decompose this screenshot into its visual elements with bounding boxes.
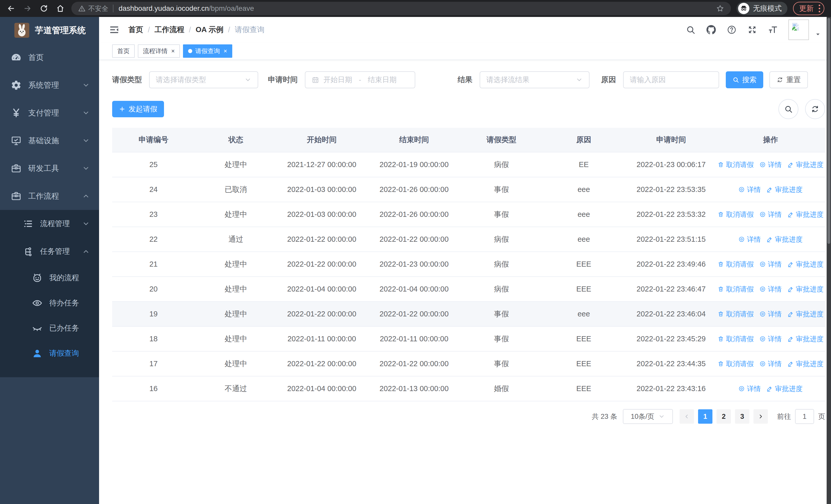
view-icon — [738, 236, 745, 242]
table-row[interactable]: 21处理中2022-01-22 00:00:002022-01-23 00:00… — [112, 252, 825, 277]
goto-page-input[interactable]: 1 — [795, 409, 814, 424]
progress-label: 审批进度 — [796, 285, 824, 294]
page-size-select[interactable]: 10条/页 — [623, 409, 673, 424]
progress-link[interactable]: 审批进度 — [766, 384, 803, 393]
cancel-link[interactable]: 取消请假 — [718, 359, 754, 368]
progress-link[interactable]: 审批进度 — [787, 285, 824, 294]
reset-button[interactable]: 重置 — [769, 71, 808, 88]
caret-down-icon[interactable] — [815, 32, 821, 37]
cancel-link[interactable]: 取消请假 — [718, 160, 754, 169]
detail-link[interactable]: 详情 — [760, 160, 782, 169]
cancel-link[interactable]: 取消请假 — [718, 309, 754, 319]
cancel-link[interactable]: 取消请假 — [718, 285, 754, 294]
sidebar-item-研发工具[interactable]: 研发工具 — [0, 154, 99, 182]
detail-link[interactable]: 详情 — [760, 309, 782, 319]
table-row[interactable]: 22通过2022-01-22 00:00:002022-01-22 00:00:… — [112, 227, 825, 252]
next-page-button[interactable] — [753, 409, 768, 424]
prev-page-button[interactable] — [680, 409, 694, 424]
tag-label: 请假查询 — [195, 47, 220, 55]
help-icon[interactable] — [727, 25, 737, 35]
sidebar-item-已办任务[interactable]: 已办任务 — [0, 316, 99, 341]
browser-menu-dots-icon[interactable] — [819, 5, 820, 12]
close-icon[interactable]: × — [224, 48, 227, 54]
table-row[interactable]: 24已取消2022-01-03 00:00:002022-01-26 00:00… — [112, 177, 825, 202]
bookmark-star-icon[interactable] — [716, 4, 724, 12]
sidebar-item-流程管理[interactable]: 流程管理 — [0, 210, 99, 238]
detail-link[interactable]: 详情 — [760, 334, 782, 344]
progress-link[interactable]: 审批进度 — [787, 334, 824, 344]
breadcrumb-item[interactable]: 首页 — [128, 25, 143, 35]
table-row[interactable]: 25处理中2021-12-27 00:00:002022-01-19 00:00… — [112, 152, 825, 177]
fullscreen-icon[interactable] — [747, 25, 757, 35]
sidebar-item-任务管理[interactable]: 任务管理 — [0, 238, 99, 265]
github-icon[interactable] — [706, 25, 716, 35]
apply-time-range[interactable]: 开始日期 - 结束日期 — [305, 71, 415, 88]
detail-link[interactable]: 详情 — [760, 359, 782, 368]
table-row[interactable]: 17处理中2022-01-22 00:00:002022-01-22 00:00… — [112, 352, 825, 377]
close-icon[interactable]: × — [171, 48, 175, 54]
back-icon[interactable] — [7, 4, 16, 13]
hamburger-icon[interactable] — [109, 24, 120, 35]
sidebar-item-请假查询[interactable]: 请假查询 — [0, 341, 99, 366]
sidebar-item-支付管理[interactable]: 支付管理 — [0, 99, 99, 127]
cancel-link[interactable]: 取消请假 — [718, 210, 754, 219]
forward-icon[interactable] — [23, 4, 32, 13]
detail-link[interactable]: 详情 — [760, 285, 782, 294]
create-leave-button[interactable]: 发起请假 — [112, 101, 164, 117]
reason-input[interactable]: 请输入原因 — [623, 71, 719, 88]
reload-icon[interactable] — [39, 4, 48, 13]
page-button-1[interactable]: 1 — [698, 409, 712, 424]
scrollbar-thumb[interactable] — [827, 18, 830, 244]
sidebar-item-我的流程[interactable]: 我的流程 — [0, 265, 99, 291]
breadcrumb-item[interactable]: 工作流程 — [154, 25, 184, 35]
sidebar-item-待办任务[interactable]: 待办任务 — [0, 291, 99, 316]
progress-link[interactable]: 审批进度 — [766, 235, 803, 244]
show-search-button[interactable] — [778, 99, 798, 119]
table-row[interactable]: 16不通过2022-01-04 00:00:002022-01-13 00:00… — [112, 377, 825, 402]
search-icon[interactable] — [686, 25, 695, 35]
avatar[interactable] — [789, 20, 809, 40]
table-row[interactable]: 20处理中2022-01-04 00:00:002022-01-04 00:00… — [112, 277, 825, 302]
tag-首页[interactable]: 首页 — [112, 45, 135, 58]
sidebar-item-基础设施[interactable]: 基础设施 — [0, 127, 99, 154]
sidebar-item-首页[interactable]: 首页 — [0, 43, 99, 71]
tag-请假查询[interactable]: 请假查询× — [183, 45, 232, 58]
progress-label: 审批进度 — [796, 160, 824, 169]
result-select[interactable]: 请选择流结果 — [480, 71, 590, 88]
logo[interactable]: 芋道管理系统 — [0, 17, 99, 43]
security-label: 不安全 — [88, 4, 108, 13]
table-row[interactable]: 23处理中2022-01-03 00:00:002022-01-26 00:00… — [112, 202, 825, 227]
detail-link[interactable]: 详情 — [738, 384, 761, 393]
page-button-3[interactable]: 3 — [735, 409, 749, 424]
detail-link[interactable]: 详情 — [738, 185, 761, 194]
font-size-icon[interactable] — [768, 25, 778, 35]
address-bar[interactable]: 不安全 dashboard.yudao.iocoder.cn/bpm/oa/le… — [71, 2, 731, 15]
sidebar-item-工作流程[interactable]: 工作流程 — [0, 182, 99, 210]
detail-link[interactable]: 详情 — [760, 210, 782, 219]
cell-end: 2022-01-22 00:00:00 — [367, 235, 461, 243]
search-button[interactable]: 搜索 — [726, 71, 763, 88]
progress-link[interactable]: 审批进度 — [787, 260, 824, 269]
update-button[interactable]: 更新 — [793, 2, 824, 15]
progress-link[interactable]: 审批进度 — [787, 359, 824, 368]
detail-label: 详情 — [747, 185, 761, 194]
progress-link[interactable]: 审批进度 — [787, 210, 824, 219]
breadcrumb-item[interactable]: OA 示例 — [196, 25, 223, 35]
page-button-2[interactable]: 2 — [717, 409, 731, 424]
progress-link[interactable]: 审批进度 — [766, 185, 803, 194]
detail-link[interactable]: 详情 — [738, 235, 761, 244]
chevron-up-icon — [82, 192, 90, 200]
tag-流程详情[interactable]: 流程详情× — [138, 45, 180, 58]
refresh-table-button[interactable] — [805, 99, 825, 119]
table-row[interactable]: 18处理中2022-01-11 00:00:002022-01-11 00:00… — [112, 327, 825, 352]
scrollbar[interactable] — [827, 17, 831, 504]
home-icon[interactable] — [56, 4, 65, 13]
table-row[interactable]: 19处理中2022-01-22 00:00:002022-01-22 00:00… — [112, 302, 825, 327]
detail-link[interactable]: 详情 — [760, 260, 782, 269]
sidebar-item-系统管理[interactable]: 系统管理 — [0, 71, 99, 99]
leave-type-select[interactable]: 请选择请假类型 — [149, 71, 258, 88]
cancel-link[interactable]: 取消请假 — [718, 334, 754, 344]
cancel-link[interactable]: 取消请假 — [718, 260, 754, 269]
progress-link[interactable]: 审批进度 — [787, 160, 824, 169]
progress-link[interactable]: 审批进度 — [787, 309, 824, 319]
